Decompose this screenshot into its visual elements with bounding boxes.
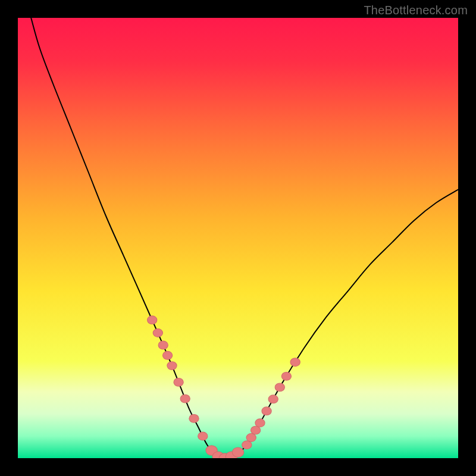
- bottleneck-curve: [18, 18, 458, 458]
- bead-marker: [255, 419, 265, 427]
- bead-marker: [167, 362, 177, 370]
- bead-marker: [174, 378, 183, 386]
- bead-marker: [232, 447, 243, 457]
- bead-marker: [180, 394, 190, 403]
- bead-marker: [242, 441, 252, 449]
- plot-area: [18, 18, 458, 458]
- bead-marker: [153, 329, 162, 337]
- bead-marker: [198, 432, 208, 440]
- bead-marker: [148, 316, 157, 324]
- bead-marker: [262, 407, 271, 415]
- bead-marker: [162, 351, 172, 359]
- bead-marker: [275, 383, 284, 392]
- bead-marker: [290, 358, 300, 367]
- bead-marker: [268, 395, 278, 403]
- bead-marker: [281, 372, 291, 380]
- bead-marker: [246, 434, 256, 442]
- bead-marker: [250, 426, 260, 434]
- outer-frame: TheBottleneck.com: [0, 0, 476, 476]
- bead-marker: [158, 341, 168, 349]
- watermark-text: TheBottleneck.com: [364, 4, 468, 17]
- bead-marker: [189, 414, 199, 422]
